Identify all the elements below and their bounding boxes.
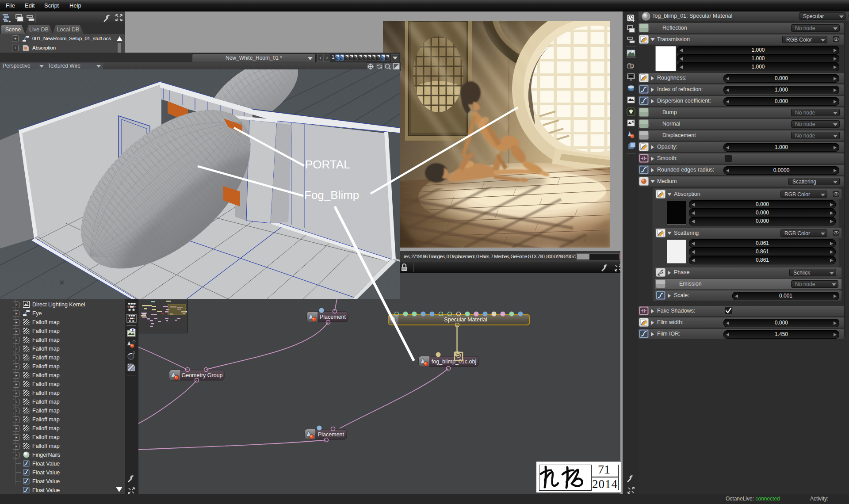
- svg-text:PORTAL: PORTAL: [305, 158, 350, 171]
- svg-text:Fog_Blimp: Fog_Blimp: [304, 188, 359, 202]
- svg-text:Geometry Group: Geometry Group: [181, 372, 222, 378]
- svg-text:Placement: Placement: [320, 314, 346, 320]
- svg-text:fog_blimp_01c.obj: fog_blimp_01c.obj: [432, 359, 476, 365]
- svg-text:Placement: Placement: [318, 431, 344, 438]
- svg-text:Specular Material: Specular Material: [444, 317, 487, 323]
